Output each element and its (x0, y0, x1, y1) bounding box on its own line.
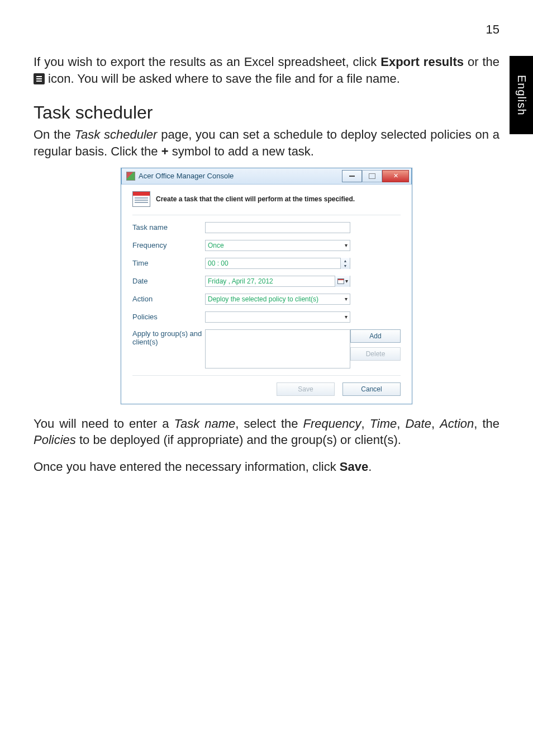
apply-listbox[interactable] (205, 329, 350, 368)
save-button: Save (277, 382, 335, 396)
term-time: Time (370, 417, 397, 431)
page-number: 15 (34, 22, 499, 37)
plus-symbol: + (161, 144, 169, 158)
action-select[interactable]: Deploy the selected policy to client(s) (205, 294, 350, 305)
export-results-label: Export results (380, 55, 464, 69)
label-policies: Policies (132, 313, 205, 321)
term-action: Action (440, 417, 474, 431)
date-picker[interactable]: Friday , April 27, 2012 (205, 276, 350, 287)
text: You will need to enter a (34, 417, 174, 431)
action-value: Deploy the selected policy to client(s) (208, 295, 318, 303)
window-title: Acer Office Manager Console (139, 172, 234, 180)
minimize-button[interactable] (342, 170, 362, 182)
frequency-select[interactable]: Once (205, 240, 350, 251)
maximize-button (362, 170, 382, 182)
label-date: Date (132, 277, 205, 285)
label-apply: Apply to group(s) and client(s) (132, 329, 205, 346)
text: icon. You will be asked where to save th… (45, 72, 400, 86)
text: or the (464, 55, 499, 69)
dialog-window: Acer Office Manager Console ✕ Create a t… (121, 168, 412, 404)
frequency-value: Once (208, 242, 224, 249)
row-task-name: Task name (132, 222, 401, 233)
label-task-name: Task name (132, 223, 205, 231)
term-date: Date (405, 417, 431, 431)
time-spinner[interactable]: 00 : 00▲▼ (205, 258, 350, 269)
row-action: Action Deploy the selected policy to cli… (132, 294, 401, 305)
label-frequency: Frequency (132, 241, 205, 249)
dialog-header-text: Create a task that the client will perfo… (156, 195, 355, 203)
text: , (397, 417, 405, 431)
text: , select the (235, 417, 303, 431)
text: On the (34, 127, 75, 141)
text: to be deployed (if appropriate) and the … (76, 433, 401, 447)
row-time: Time 00 : 00▲▼ (132, 258, 401, 269)
term-taskname: Task name (174, 417, 236, 431)
heading-task-scheduler: Task scheduler (34, 102, 499, 123)
language-side-tab: English (510, 56, 533, 134)
time-value: 00 : 00 (208, 259, 229, 267)
dialog-body: Create a task that the client will perfo… (121, 185, 412, 404)
close-button[interactable]: ✕ (382, 170, 409, 182)
app-icon (126, 172, 135, 181)
document-icon (34, 73, 45, 84)
paragraph-intro: On the Task scheduler page, you can set … (34, 126, 499, 159)
text: . (368, 460, 372, 474)
label-action: Action (132, 295, 205, 303)
save-label: Save (340, 460, 368, 474)
row-frequency: Frequency Once (132, 240, 401, 251)
dialog-screenshot: Acer Office Manager Console ✕ Create a t… (34, 168, 499, 404)
term-frequency: Frequency (303, 417, 361, 431)
task-scheduler-term: Task scheduler (75, 127, 158, 141)
task-name-input[interactable] (205, 222, 350, 233)
date-value: Friday , April 27, 2012 (208, 277, 273, 285)
row-date: Date Friday , April 27, 2012 (132, 276, 401, 287)
row-policies: Policies (132, 311, 401, 323)
text: symbol to add a new task. (169, 144, 314, 158)
text: Once you have entered the necessary info… (34, 460, 340, 474)
apply-buttons: Add Delete (350, 329, 401, 361)
calendar-icon (132, 191, 150, 207)
dialog-header: Create a task that the client will perfo… (132, 191, 401, 215)
page: 15 English If you wish to export the res… (0, 0, 533, 756)
text: If you wish to export the results as an … (34, 55, 380, 69)
delete-button: Delete (350, 347, 401, 361)
spinner-arrows-icon[interactable]: ▲▼ (340, 258, 350, 269)
title-bar: Acer Office Manager Console ✕ (121, 168, 412, 185)
policies-select[interactable] (205, 311, 350, 323)
text: , (361, 417, 369, 431)
text: , the (474, 417, 499, 431)
add-button[interactable]: Add (350, 329, 401, 343)
paragraph-fields: You will need to enter a Task name, sele… (34, 415, 499, 448)
term-policies: Policies (34, 433, 76, 447)
paragraph-save: Once you have entered the necessary info… (34, 459, 499, 475)
dialog-footer: Save Cancel (132, 375, 401, 396)
text: , (431, 417, 440, 431)
window-buttons: ✕ (342, 170, 409, 182)
cancel-button[interactable]: Cancel (342, 382, 401, 396)
title-bar-left: Acer Office Manager Console (126, 172, 234, 181)
row-apply: Apply to group(s) and client(s) Add Dele… (132, 329, 401, 368)
calendar-dropdown-icon[interactable] (335, 276, 350, 287)
label-time: Time (132, 259, 205, 267)
paragraph-export: If you wish to export the results as an … (34, 54, 499, 87)
